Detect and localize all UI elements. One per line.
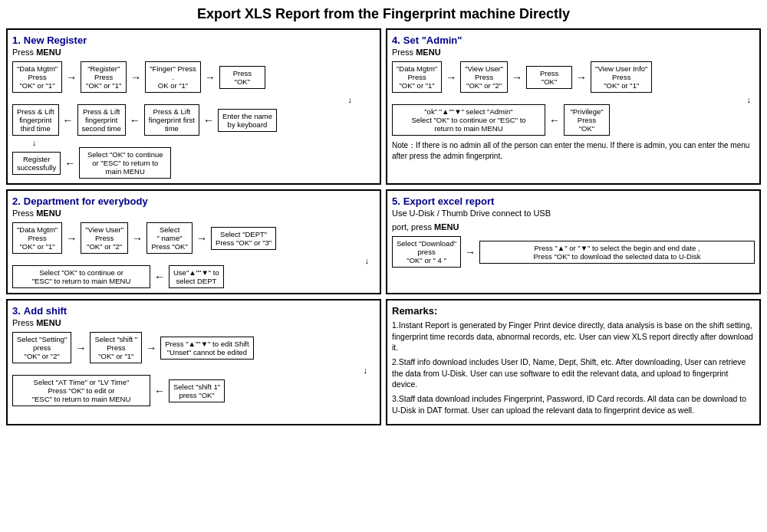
remarks-item-1: 1.Instant Report is generated by Finger … xyxy=(392,320,755,353)
s2-arrow3: → xyxy=(196,232,207,245)
s3-down1: ↓ xyxy=(12,366,375,375)
s4-box2: "View User" Press "OK" or "2" xyxy=(460,61,508,93)
section-export-excel: 5. Export excel report Use U-Disk / Thum… xyxy=(386,189,761,294)
s2-number: 2. xyxy=(12,195,21,207)
s1-number: 1. xyxy=(12,34,21,46)
s3-row1: Select "Setting" press "OK" or "2" → Sel… xyxy=(12,332,375,363)
s5-box2: Press "▲" or "▼" to select the begin and… xyxy=(479,241,755,264)
s4-arrow3: → xyxy=(576,71,587,84)
s1-arrow4: ← xyxy=(63,114,74,126)
s4-box3: Press "OK" xyxy=(526,66,572,89)
s4-title: Set "Admin" xyxy=(403,34,463,46)
s4-subtitle: Press MENU xyxy=(392,48,755,57)
s1-down2: ↓ xyxy=(12,138,375,147)
s3-subtitle: Press MENU xyxy=(12,318,375,327)
s3-number: 3. xyxy=(12,305,21,317)
s4-note: Note：If there is no admin all of the per… xyxy=(392,140,755,162)
s1-box10: Select "OK" to continue or "ESC" to retu… xyxy=(79,147,171,179)
s5-menu-bold: MENU xyxy=(434,222,459,232)
s3-box3: Press "▲""▼" to edit Shift "Unset" canno… xyxy=(160,337,253,360)
s1-box5: Press & Lift fingerprint third time xyxy=(12,104,59,136)
s4-arrow1: → xyxy=(446,71,456,84)
s1-arrow5: ← xyxy=(130,114,140,126)
s1-arrow7: ← xyxy=(64,157,75,169)
s4-box1: "Data Mgtm" Press "OK" or "1" xyxy=(392,61,442,93)
s1-box1: "Data Mgtm" Press "OK" or "1" xyxy=(12,61,62,93)
section-department: 2. Department for everybody Press MENU "… xyxy=(6,189,381,294)
s2-arrow4: ← xyxy=(154,271,165,283)
s3-arrow3: ← xyxy=(154,385,165,397)
s1-menu-bold: MENU xyxy=(36,48,61,57)
s1-box2: "Register" Press "OK" or "1" xyxy=(81,61,127,93)
s1-box6: Press & Lift fingerprint second time xyxy=(77,104,126,136)
section-set-admin: 4. Set "Admin" Press MENU "Data Mgtm" Pr… xyxy=(386,28,761,185)
s5-box1: Select "Download" press "OK" or " 4 " xyxy=(392,236,461,268)
s4-number: 4. xyxy=(392,34,400,46)
s1-subtitle: Press MENU xyxy=(12,48,375,57)
s5-number: 5. xyxy=(392,195,400,207)
s1-row3: Register successfully ← Select "OK" to c… xyxy=(12,147,375,179)
s4-arrow2: → xyxy=(512,71,522,84)
remarks-item-3: 3.Staff data download includes Fingerpri… xyxy=(392,393,755,415)
s1-box7: Press & Lift fingerprint first time xyxy=(144,104,199,136)
s3-arrow2: → xyxy=(146,342,156,354)
s1-box8: Enter the name by keyboard xyxy=(218,109,277,132)
s3-box5: Select "shift 1" press "OK" xyxy=(169,379,225,402)
s5-subtitle1: Use U-Disk / Thumb Drive connect to USB xyxy=(392,209,755,218)
s4-box4: "View User Info" Press "OK" or "1" xyxy=(591,61,652,93)
section-remarks: Remarks: 1.Instant Report is generated b… xyxy=(386,299,761,425)
s1-down1: ↓ xyxy=(12,95,375,104)
s1-box3: "Finger" Press . OK or "1" xyxy=(145,61,201,93)
s2-arrow2: → xyxy=(132,232,143,245)
s1-box9: Register successfully xyxy=(12,152,61,175)
main-grid: 1. New Register Press MENU "Data Mgtm" P… xyxy=(6,28,761,425)
s2-box4: Select "DEPT" Press "OK" or "3" xyxy=(211,227,276,250)
s2-box2: "View User" Press "OK" or "2" xyxy=(81,222,128,254)
page-title: Export XLS Report from the Fingerprint m… xyxy=(6,6,761,22)
section-new-register: 1. New Register Press MENU "Data Mgtm" P… xyxy=(6,28,381,185)
s3-menu-bold: MENU xyxy=(36,318,61,327)
remarks-title: Remarks: xyxy=(392,305,755,317)
s3-row2: Select "AT Time" or "LV Time" Press "OK"… xyxy=(12,375,375,406)
s5-title: Export excel report xyxy=(403,195,495,207)
s4-arrow4: ← xyxy=(549,114,560,126)
s2-row2: Select "OK" to continue or "ESC" to retu… xyxy=(12,265,375,288)
s1-arrow6: ← xyxy=(203,114,214,126)
s5-row1: Select "Download" press "OK" or " 4 " → … xyxy=(392,236,755,268)
s3-box4: Select "AT Time" or "LV Time" Press "OK"… xyxy=(12,375,150,406)
remarks-item-2: 2.Staff info download includes User ID, … xyxy=(392,356,755,390)
s4-box5: "ok" "▲""▼" select "Admin" Select "OK" t… xyxy=(392,104,545,136)
s5-subtitle2: port, press MENU xyxy=(392,222,755,232)
s2-down1: ↓ xyxy=(12,256,375,265)
s5-arrow1: → xyxy=(465,246,476,258)
s4-box6: "Privilege" Press "OK" xyxy=(564,104,610,136)
s2-menu-bold: MENU xyxy=(36,209,61,218)
s3-arrow1: → xyxy=(75,342,86,354)
s4-down1: ↓ xyxy=(392,95,755,104)
section-add-shift: 3. Add shift Press MENU Select "Setting"… xyxy=(6,299,381,425)
s1-arrow2: → xyxy=(130,71,141,84)
s2-box5: Select "OK" to continue or "ESC" to retu… xyxy=(12,265,150,288)
s2-box1: "Data Mgtm" Press "OK" or "1" xyxy=(12,222,62,254)
s3-title: Add shift xyxy=(24,305,67,317)
s3-box1: Select "Setting" press "OK" or "2" xyxy=(12,332,71,363)
s2-box6: Use"▲""▼" to select DEPT xyxy=(169,265,224,288)
s1-arrow3: → xyxy=(205,71,216,84)
s2-row1: "Data Mgtm" Press "OK" or "1" → "View Us… xyxy=(12,222,375,254)
s2-box3: Select " name" Press "OK" xyxy=(146,222,193,254)
s2-arrow1: → xyxy=(66,232,77,245)
s1-title: New Register xyxy=(24,34,87,46)
s1-row1: "Data Mgtm" Press "OK" or "1" → "Registe… xyxy=(12,61,375,93)
s1-row2: Press & Lift fingerprint third time ← Pr… xyxy=(12,104,375,136)
s2-subtitle: Press MENU xyxy=(12,209,375,218)
s1-box4: Press "OK" xyxy=(219,66,265,89)
s4-row2: "ok" "▲""▼" select "Admin" Select "OK" t… xyxy=(392,104,755,136)
s2-title: Department for everybody xyxy=(24,195,148,207)
s4-row1: "Data Mgtm" Press "OK" or "1" → "View Us… xyxy=(392,61,755,93)
s1-arrow1: → xyxy=(66,71,77,84)
s4-menu-bold: MENU xyxy=(416,48,440,57)
s3-box2: Select "shift " Press "OK" or "1" xyxy=(90,332,142,363)
